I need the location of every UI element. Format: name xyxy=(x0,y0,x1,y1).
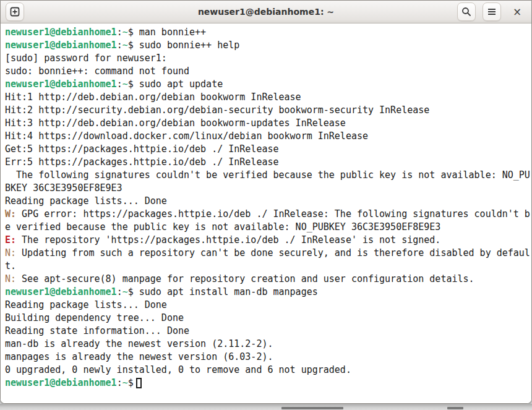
terminal-text: manpages is already the newest version (… xyxy=(5,351,273,362)
terminal-line: Hit:2 http://security.debian.org/debian-… xyxy=(5,104,531,117)
terminal-text: N: xyxy=(5,273,16,284)
terminal-text: : xyxy=(117,40,122,51)
terminal-line: man-db is already the newest version (2.… xyxy=(5,338,531,351)
terminal-text: $ xyxy=(128,286,139,297)
terminal-window: newuser1@debianhome1: ~ xyxy=(0,0,532,404)
terminal-line: sudo: bonnie++: command not found xyxy=(5,65,531,78)
terminal-text: E: xyxy=(5,234,16,246)
menu-button[interactable] xyxy=(483,2,501,21)
terminal-text: Reading package lists... Done xyxy=(5,195,167,207)
terminal-text: ~ xyxy=(122,286,128,297)
background-window-text-fragment xyxy=(447,407,463,409)
background-window-text-fragment xyxy=(281,407,343,409)
terminal-text: Updating from such a repository can't be… xyxy=(16,247,530,258)
terminal-text: [sudo] password for newuser1: xyxy=(5,53,167,64)
terminal-text: GPG error: https://packages.httpie.io/de… xyxy=(16,208,530,220)
terminal-line: Reading package lists... Done xyxy=(5,299,531,312)
terminal-text: $ xyxy=(128,40,139,51)
terminal-text: Reading package lists... Done xyxy=(5,299,167,310)
terminal-text: The repository 'https://packages.httpie.… xyxy=(16,234,440,246)
search-icon xyxy=(461,7,471,17)
terminal-text: ~ xyxy=(122,377,128,388)
new-tab-icon xyxy=(10,7,20,17)
terminal-text: 0 upgraded, 0 newly installed, 0 to remo… xyxy=(5,364,351,375)
terminal-text: : xyxy=(117,27,122,38)
terminal-line: newuser1@debianhome1:~$ sudo apt update xyxy=(5,78,531,91)
terminal-text: sudo bonnie++ help xyxy=(139,40,240,51)
terminal-text: $ xyxy=(128,377,134,388)
close-icon: × xyxy=(513,7,521,17)
terminal-text: : xyxy=(117,79,122,90)
header-bar: newuser1@debianhome1: ~ xyxy=(1,1,531,23)
terminal-text: ~ xyxy=(122,27,128,38)
search-button[interactable] xyxy=(457,2,476,21)
terminal-line: BKEY 36C3E3950EF8E9E3 xyxy=(5,182,531,195)
terminal-text: Err:5 https://packages.httpie.io/deb ./ … xyxy=(5,156,279,168)
terminal-text: N: xyxy=(5,247,16,258)
prompt-user-host: newuser1@debianhome1 xyxy=(5,79,117,90)
terminal-output[interactable]: newuser1@debianhome1:~$ man bonnie++newu… xyxy=(1,23,531,404)
terminal-cursor xyxy=(136,378,142,388)
terminal-line: N: See apt-secure(8) manpage for reposit… xyxy=(5,273,531,286)
terminal-text: W: xyxy=(5,208,16,220)
terminal-line: newuser1@debianhome1:~$ xyxy=(5,377,531,390)
terminal-line: Hit:1 http://deb.debian.org/debian bookw… xyxy=(5,91,531,104)
terminal-text: t. xyxy=(5,260,16,271)
prompt-user-host: newuser1@debianhome1 xyxy=(5,377,117,388)
terminal-text: : xyxy=(117,286,122,297)
terminal-line: manpages is already the newest version (… xyxy=(5,351,531,364)
terminal-text: Hit:2 http://security.debian.org/debian-… xyxy=(5,105,429,116)
prompt-user-host: newuser1@debianhome1 xyxy=(5,27,117,38)
terminal-text: sudo apt install man-db manpages xyxy=(139,286,318,297)
terminal-text: sudo: bonnie++: command not found xyxy=(5,66,189,77)
terminal-line: Reading state information... Done xyxy=(5,325,531,338)
terminal-line: t. xyxy=(5,260,531,273)
terminal-text: Get:5 https://packages.httpie.io/deb ./ … xyxy=(5,143,279,155)
terminal-text: ~ xyxy=(122,40,128,51)
terminal-line: newuser1@debianhome1:~$ man bonnie++ xyxy=(5,26,531,39)
terminal-text: BKEY 36C3E3950EF8E9E3 xyxy=(5,182,122,194)
terminal-line: newuser1@debianhome1:~$ sudo bonnie++ he… xyxy=(5,39,531,52)
terminal-line: newuser1@debianhome1:~$ sudo apt install… xyxy=(5,286,531,299)
terminal-line: [sudo] password for newuser1: xyxy=(5,52,531,65)
terminal-text: $ xyxy=(128,79,139,90)
prompt-user-host: newuser1@debianhome1 xyxy=(5,286,117,297)
terminal-text: Hit:4 https://download.docker.com/linux/… xyxy=(5,130,368,142)
terminal-line: Hit:4 https://download.docker.com/linux/… xyxy=(5,130,531,143)
terminal-line: Building dependency tree... Done xyxy=(5,312,531,325)
background-window-edge xyxy=(0,404,532,410)
terminal-text: See apt-secure(8) manpage for repository… xyxy=(16,273,474,284)
terminal-line: Reading package lists... Done xyxy=(5,195,531,208)
terminal-text: Reading state information... Done xyxy=(5,325,189,336)
terminal-text: Hit:3 http://deb.debian.org/debian bookw… xyxy=(5,117,346,129)
window-title: newuser1@debianhome1: ~ xyxy=(1,7,531,17)
terminal-line: Get:5 https://packages.httpie.io/deb ./ … xyxy=(5,143,531,156)
terminal-line: E: The repository 'https://packages.http… xyxy=(5,234,531,247)
close-button[interactable]: × xyxy=(508,2,526,21)
terminal-text: ~ xyxy=(122,79,128,90)
terminal-line: W: GPG error: https://packages.httpie.io… xyxy=(5,208,531,221)
terminal-text: : xyxy=(117,377,122,388)
terminal-text: sudo apt update xyxy=(139,79,223,90)
terminal-text: Building dependency tree... Done xyxy=(5,312,184,323)
terminal-line: Hit:3 http://deb.debian.org/debian bookw… xyxy=(5,117,531,130)
terminal-line: Err:5 https://packages.httpie.io/deb ./ … xyxy=(5,156,531,169)
terminal-text: $ xyxy=(128,27,139,38)
terminal-line: N: Updating from such a repository can't… xyxy=(5,247,531,260)
prompt-user-host: newuser1@debianhome1 xyxy=(5,40,117,51)
new-tab-button[interactable] xyxy=(6,2,24,21)
terminal-text: Hit:1 http://deb.debian.org/debian bookw… xyxy=(5,92,301,103)
terminal-text: The following signatures couldn't be ver… xyxy=(5,169,530,181)
terminal-text: man-db is already the newest version (2.… xyxy=(5,338,273,349)
terminal-line: The following signatures couldn't be ver… xyxy=(5,169,531,182)
terminal-line: e verified because the public key is not… xyxy=(5,221,531,234)
terminal-text: man bonnie++ xyxy=(139,27,206,38)
terminal-text: e verified because the public key is not… xyxy=(5,221,440,233)
hamburger-menu-icon xyxy=(487,7,497,17)
terminal-line: 0 upgraded, 0 newly installed, 0 to remo… xyxy=(5,364,531,377)
